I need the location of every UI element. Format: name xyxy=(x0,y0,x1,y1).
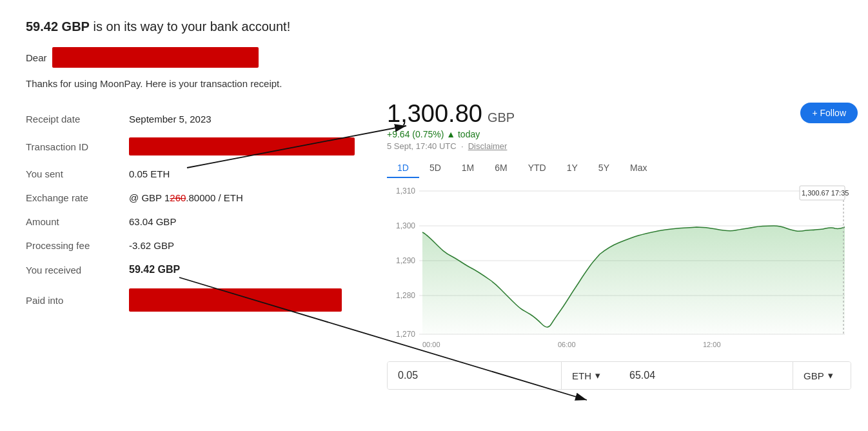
tab-max[interactable]: Max xyxy=(620,159,657,178)
dear-row: Dear xyxy=(26,47,380,68)
table-row: You sent 0.05 ETH xyxy=(26,162,380,186)
paid-into-redacted xyxy=(129,288,342,312)
converter-to-currency[interactable]: GBP ▾ xyxy=(793,362,851,389)
value-transaction-id xyxy=(129,131,380,162)
tab-1d[interactable]: 1D xyxy=(387,159,419,178)
chart-tabs: 1D 5D 1M 6M YTD 1Y 5Y Max xyxy=(387,159,858,178)
chart-price-main: 1,300.80 GBP xyxy=(387,100,515,128)
tab-5y[interactable]: 5Y xyxy=(588,159,620,178)
chart-svg: 1,310 1,300 1,290 1,280 1,270 00:00 06:0… xyxy=(387,182,851,356)
svg-text:1,300: 1,300 xyxy=(396,221,415,230)
title-suffix: is on its way to your bank account! xyxy=(90,19,290,34)
svg-text:1,310: 1,310 xyxy=(396,186,415,195)
label-transaction-id: Transaction ID xyxy=(26,131,129,162)
chart-currency: GBP xyxy=(488,110,515,125)
label-you-received: You received xyxy=(26,257,129,282)
transaction-redacted xyxy=(129,137,355,155)
table-row: Exchange rate @ GBP 1260.80000 / ETH xyxy=(26,186,380,210)
left-panel: 59.42 GBP is on its way to your bank acc… xyxy=(26,19,380,318)
table-row: Amount 63.04 GBP xyxy=(26,210,380,234)
chart-price-block: 1,300.80 GBP +9.64 (0.75%) ▲ today 5 Sep… xyxy=(387,100,515,151)
value-you-sent: 0.05 ETH xyxy=(129,162,380,186)
converter-from-currency[interactable]: ETH ▾ xyxy=(561,362,619,389)
chart-header: 1,300.80 GBP +9.64 (0.75%) ▲ today 5 Sep… xyxy=(387,100,858,151)
value-paid-into xyxy=(129,282,380,318)
value-receipt-date: September 5, 2023 xyxy=(129,107,380,131)
table-row: You received 59.42 GBP xyxy=(26,257,380,282)
tab-5d[interactable]: 5D xyxy=(419,159,451,178)
thanks-text: Thanks for using MoonPay. Here is your t… xyxy=(26,78,380,89)
svg-text:1,280: 1,280 xyxy=(396,291,415,300)
table-row: Transaction ID xyxy=(26,131,380,162)
converter-bar: ETH ▾ GBP ▾ xyxy=(387,361,851,390)
label-receipt-date: Receipt date xyxy=(26,107,129,131)
tab-1m[interactable]: 1M xyxy=(451,159,484,178)
dear-label: Dear xyxy=(26,52,47,63)
right-panel: 1,300.80 GBP +9.64 (0.75%) ▲ today 5 Sep… xyxy=(387,100,858,390)
label-you-sent: You sent xyxy=(26,162,129,186)
converter-to-input[interactable] xyxy=(619,362,793,389)
tab-6m[interactable]: 6M xyxy=(484,159,517,178)
chevron-down-icon-2: ▾ xyxy=(828,370,833,381)
label-exchange-rate: Exchange rate xyxy=(26,186,129,210)
chart-timestamp: 5 Sept, 17:40 UTC · Disclaimer xyxy=(387,141,515,151)
table-row: Receipt date September 5, 2023 xyxy=(26,107,380,131)
svg-text:1,300.67  17:35: 1,300.67 17:35 xyxy=(802,189,849,197)
to-currency-label: GBP xyxy=(804,370,824,381)
timestamp-text: 5 Sept, 17:40 UTC xyxy=(387,141,457,151)
tab-1y[interactable]: 1Y xyxy=(557,159,588,178)
label-amount: Amount xyxy=(26,210,129,234)
value-exchange-rate: @ GBP 1260.80000 / ETH xyxy=(129,186,380,210)
value-you-received: 59.42 GBP xyxy=(129,257,380,282)
svg-text:00:00: 00:00 xyxy=(422,341,440,348)
value-processing-fee: -3.62 GBP xyxy=(129,234,380,257)
svg-text:1,270: 1,270 xyxy=(396,330,415,339)
tab-ytd[interactable]: YTD xyxy=(518,159,557,178)
name-redacted xyxy=(52,47,259,68)
chart-area: 1,310 1,300 1,290 1,280 1,270 00:00 06:0… xyxy=(387,182,851,356)
main-title: 59.42 GBP is on its way to your bank acc… xyxy=(26,19,380,34)
label-paid-into: Paid into xyxy=(26,282,129,318)
value-amount: 63.04 GBP xyxy=(129,210,380,234)
label-processing-fee: Processing fee xyxy=(26,234,129,257)
svg-text:06:00: 06:00 xyxy=(558,341,576,348)
chart-change: +9.64 (0.75%) ▲ today xyxy=(387,129,515,139)
svg-text:12:00: 12:00 xyxy=(703,341,721,348)
from-currency-label: ETH xyxy=(572,370,591,381)
svg-text:1,290: 1,290 xyxy=(396,256,415,265)
disclaimer-link[interactable]: Disclaimer xyxy=(468,141,508,151)
receipt-table: Receipt date September 5, 2023 Transacti… xyxy=(26,107,380,318)
amount-highlight: 59.42 GBP xyxy=(26,19,90,34)
converter-from-input[interactable] xyxy=(388,362,561,389)
chart-price-value: 1,300.80 xyxy=(387,100,482,128)
chevron-down-icon: ▾ xyxy=(595,370,600,381)
follow-button[interactable]: + Follow xyxy=(800,103,858,123)
table-row: Paid into xyxy=(26,282,380,318)
table-row: Processing fee -3.62 GBP xyxy=(26,234,380,257)
